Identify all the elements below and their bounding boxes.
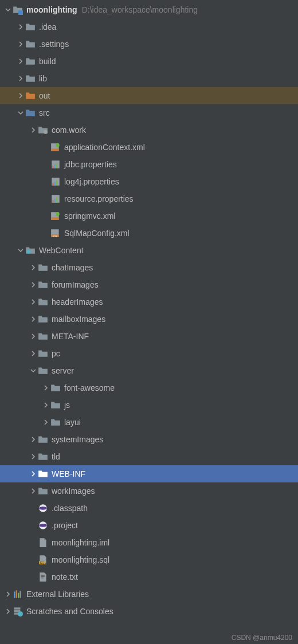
tree-row-src[interactable]: src: [0, 104, 298, 121]
chevron-right-icon[interactable]: [41, 418, 50, 427]
chevron-right-icon[interactable]: [29, 349, 38, 358]
tree-row-iml[interactable]: moonlighting.iml: [0, 534, 298, 551]
chevron-right-icon[interactable]: [29, 315, 38, 324]
chevron-down-icon[interactable]: [3, 5, 13, 14]
tree-row-fontawesome[interactable]: font-awesome: [0, 379, 298, 396]
svg-point-27: [39, 524, 47, 527]
folder-icon: [25, 22, 36, 32]
tree-row-mailboximages[interactable]: mailboxImages: [0, 311, 298, 328]
chevron-right-icon[interactable]: [29, 435, 38, 444]
folder-source-icon: [25, 108, 36, 117]
chevron-right-icon[interactable]: [29, 280, 38, 289]
tree-node-label: server: [52, 366, 74, 375]
svg-rect-34: [16, 590, 17, 598]
svg-point-4: [56, 143, 60, 147]
chevron-down-icon[interactable]: [16, 246, 25, 255]
tree-node-label: lib: [39, 74, 47, 83]
tree-row-forumimages[interactable]: forumImages: [0, 276, 298, 293]
tree-node-label: tld: [52, 452, 60, 461]
folder-icon: [38, 366, 48, 375]
tree-row-extlib[interactable]: External Libraries: [0, 586, 298, 603]
tree-row-note[interactable]: note.txt: [0, 568, 298, 586]
chevron-right-icon[interactable]: [16, 57, 25, 66]
tree-row-webcontent[interactable]: WebContent: [0, 242, 298, 259]
tree-row-metainf[interactable]: META-INF: [0, 328, 298, 345]
indent-spacer: [3, 474, 29, 474]
tree-row-build[interactable]: build: [0, 53, 298, 70]
svg-rect-16: [56, 198, 57, 203]
svg-point-37: [18, 611, 23, 616]
indent-spacer: [3, 302, 29, 303]
tree-row-headerimages[interactable]: headerImages: [0, 293, 298, 311]
indent-spacer: [3, 405, 41, 406]
tree-row-sql[interactable]: SQLmoonlighting.sql: [0, 551, 298, 568]
tree-row-workimages[interactable]: workImages: [0, 482, 298, 500]
folder-icon: [38, 452, 48, 461]
tree-row-lib[interactable]: lib: [0, 70, 298, 87]
tree-row-classpath[interactable]: .classpath: [0, 500, 298, 517]
tree-row-log4j[interactable]: log4j.properties: [0, 173, 298, 190]
tree-node-label: forumImages: [52, 280, 99, 289]
tree-row-tld[interactable]: tld: [0, 448, 298, 465]
chevron-down-icon[interactable]: [29, 366, 38, 375]
indent-spacer: [3, 543, 29, 543]
chevron-down-icon[interactable]: [16, 108, 25, 117]
tree-row-systemimages[interactable]: systemImages: [0, 431, 298, 448]
tree-node-label: applicationContext.xml: [64, 143, 145, 152]
chevron-right-icon[interactable]: [29, 125, 38, 135]
chevron-right-icon[interactable]: [16, 74, 25, 83]
tree-node-label: pc: [52, 349, 60, 358]
tree-row-jdbc[interactable]: jdbc.properties: [0, 156, 298, 173]
chevron-right-icon[interactable]: [29, 486, 38, 496]
svg-text:xml: xml: [52, 234, 57, 238]
tree-node-label: .project: [52, 521, 78, 530]
project-tree[interactable]: moonlightingD:\idea_workspace\moonlighti…: [0, 0, 298, 620]
spring-config-icon: [50, 143, 61, 152]
indent-spacer: [3, 268, 29, 268]
chevron-right-icon[interactable]: [3, 607, 13, 616]
tree-row-webinf[interactable]: WEB-INF: [0, 465, 298, 482]
tree-row-out[interactable]: out: [0, 87, 298, 104]
tree-row-project[interactable]: .project: [0, 517, 298, 534]
svg-rect-32: [41, 578, 44, 578]
chevron-right-icon[interactable]: [16, 22, 25, 32]
tree-row-comwork[interactable]: com.work: [0, 121, 298, 139]
tree-row-scratches[interactable]: Scratches and Consoles: [0, 603, 298, 620]
tree-node-label: .classpath: [52, 504, 88, 513]
chevron-right-icon[interactable]: [16, 40, 25, 49]
indent-spacer: [3, 319, 29, 320]
tree-row-idea[interactable]: .idea: [0, 18, 298, 36]
indent-spacer: [3, 285, 29, 285]
svg-rect-3: [51, 148, 59, 151]
chevron-right-icon[interactable]: [29, 469, 38, 478]
tree-node-label: META-INF: [52, 332, 89, 341]
tree-row-layui[interactable]: layui: [0, 414, 298, 431]
tree-row-sqlmapconfig[interactable]: xmlSqlMapConfig.xml: [0, 225, 298, 242]
tree-row-springmvc[interactable]: springmvc.xml: [0, 207, 298, 225]
chevron-right-icon[interactable]: [41, 400, 50, 410]
indent-spacer: [3, 130, 29, 131]
tree-row-root[interactable]: moonlightingD:\idea_workspace\moonlighti…: [0, 1, 298, 18]
tree-row-settings[interactable]: .settings: [0, 36, 298, 53]
tree-row-resource[interactable]: resource.properties: [0, 190, 298, 207]
folder-icon: [38, 280, 48, 289]
svg-rect-0: [18, 10, 23, 15]
tree-row-server[interactable]: server: [0, 362, 298, 379]
tree-row-appctx[interactable]: applicationContext.xml: [0, 139, 298, 156]
indent-spacer: [3, 422, 41, 423]
folder-web-icon: [25, 246, 36, 255]
tree-row-pc[interactable]: pc: [0, 345, 298, 362]
tree-row-js[interactable]: js: [0, 396, 298, 414]
tree-node-label: Scratches and Consoles: [26, 607, 113, 616]
chevron-right-icon[interactable]: [29, 452, 38, 461]
tree-row-chatimages[interactable]: chatImages: [0, 259, 298, 276]
chevron-right-icon[interactable]: [29, 332, 38, 341]
chevron-right-icon[interactable]: [29, 263, 38, 272]
chevron-right-icon[interactable]: [41, 383, 50, 392]
chevron-right-icon[interactable]: [16, 91, 25, 100]
indent-spacer: [3, 354, 29, 354]
chevron-right-icon[interactable]: [3, 590, 13, 599]
chevron-right-icon[interactable]: [29, 297, 38, 307]
indent-spacer: [3, 96, 16, 96]
xml-file-icon: xml: [50, 229, 61, 238]
